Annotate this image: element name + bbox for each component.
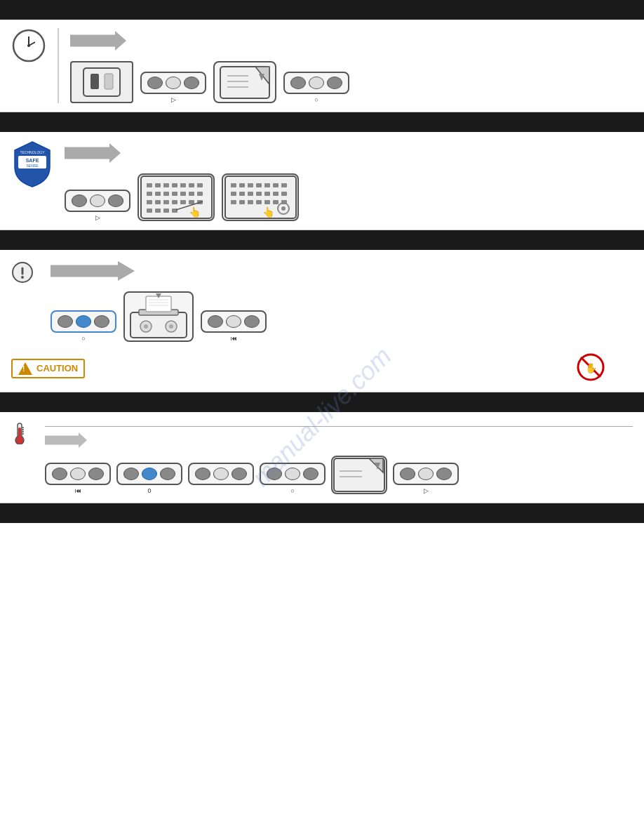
svg-text:SENSE: SENSE [27, 164, 39, 168]
s4-panel-3-label [220, 487, 222, 494]
safesense-badge: SAFE SENSE TECHNOLOGY [11, 140, 53, 190]
s3-control-panel-2 [201, 310, 267, 333]
section-3-arrow [51, 261, 135, 281]
btn-prev [147, 77, 163, 89]
svg-point-81 [144, 324, 148, 329]
svg-rect-20 [163, 183, 169, 187]
svg-rect-33 [155, 200, 161, 204]
section-5 [0, 503, 644, 649]
svg-text:TECHNOLOGY: TECHNOLOGY [20, 150, 45, 154]
svg-rect-35 [172, 200, 177, 204]
svg-text:👆: 👆 [189, 206, 201, 218]
svg-rect-4 [83, 68, 120, 96]
section-4-body: ⏮ 0 [45, 421, 633, 494]
svg-rect-21 [172, 183, 177, 187]
step-panel-1: ▷ [140, 72, 206, 103]
svg-rect-32 [147, 200, 152, 204]
svg-rect-46 [231, 183, 236, 187]
s4-panel-2 [116, 463, 182, 485]
svg-rect-41 [163, 208, 169, 213]
section-2-content: SAFE SENSE TECHNOLOGY [0, 132, 644, 230]
svg-rect-18 [147, 183, 152, 187]
svg-rect-24 [197, 183, 203, 187]
thermometer-icon [11, 422, 28, 446]
s4-btn2-next [160, 468, 175, 480]
svg-rect-53 [231, 192, 236, 196]
svg-point-72 [21, 276, 24, 279]
section-1-content: ▷ [0, 20, 644, 112]
svg-rect-56 [256, 192, 262, 196]
no-feed-symbol: ✋ [577, 353, 605, 383]
control-panel-2 [283, 72, 349, 94]
btn-mid [166, 77, 181, 89]
svg-rect-26 [155, 192, 161, 196]
svg-rect-73 [130, 312, 187, 338]
btn-next [184, 77, 199, 89]
btn2-mid [309, 77, 324, 89]
s4-btn-group-6 [400, 468, 452, 480]
section-1-steps: ▷ [70, 28, 349, 103]
svg-rect-49 [256, 183, 262, 187]
step2-hand-feed1: 👆 [137, 173, 215, 221]
s4-btn3-next [232, 468, 247, 480]
svg-text:👆: 👆 [262, 206, 275, 218]
s4-btn4-prev [267, 468, 282, 480]
svg-point-3 [27, 44, 30, 47]
s4-btn1-prev [52, 468, 67, 480]
section-3-header [0, 230, 644, 250]
s4-step5 [331, 456, 387, 494]
s2-btn-prev [72, 194, 87, 207]
s4-step3 [188, 463, 254, 494]
s3-panel-1-label: ○ [81, 335, 85, 342]
svg-rect-89 [18, 428, 21, 439]
svg-rect-51 [273, 183, 279, 187]
s2-btn-group-1 [72, 194, 123, 207]
svg-text:✋: ✋ [585, 362, 598, 374]
s4-panel-4-label: ○ [290, 487, 294, 494]
svg-rect-65 [273, 200, 279, 204]
step3-shredder [123, 291, 194, 342]
s3-btn2-next [244, 315, 260, 328]
svg-rect-64 [264, 200, 270, 204]
s4-panel-6 [393, 463, 459, 485]
section-1-arrow [70, 31, 126, 51]
svg-rect-57 [264, 192, 270, 196]
s4-step4: ○ [260, 463, 326, 494]
s2-panel-1-label: ▷ [95, 214, 100, 221]
svg-rect-28 [172, 192, 177, 196]
s2-btn-mid [90, 194, 105, 207]
s4-panel-4 [260, 463, 326, 485]
svg-rect-19 [155, 183, 161, 187]
s4-btn2-prev [123, 468, 139, 480]
s4-btn6-prev [400, 468, 415, 480]
s4-btn-group-3 [195, 468, 247, 480]
section-2-body: ▷ [65, 140, 633, 221]
svg-rect-40 [155, 208, 161, 213]
hand-feed-img2: 👆 [222, 173, 299, 221]
s4-btn6-next [436, 468, 452, 480]
s4-btn-group-4 [267, 468, 318, 480]
shredder-feed-img [123, 291, 194, 342]
svg-rect-22 [180, 183, 186, 187]
svg-rect-31 [197, 192, 203, 196]
s3-btn-mid [76, 315, 91, 328]
step-power-switch [70, 61, 133, 103]
section-3-icon [11, 261, 34, 286]
section-3: ○ [0, 230, 644, 392]
s3-btn2-prev [208, 315, 223, 328]
svg-point-68 [281, 206, 286, 211]
section-1-divider [58, 28, 59, 103]
svg-rect-61 [239, 200, 245, 204]
s4-paper-insert [331, 456, 387, 494]
step-paper [213, 61, 276, 103]
section-3-steps: ○ [51, 258, 633, 342]
btn2-prev [290, 77, 306, 89]
section-3-content: ○ [0, 250, 644, 392]
section-4-content: ⏮ 0 [0, 412, 644, 503]
s4-panel-6-label: ▷ [424, 487, 429, 494]
svg-rect-62 [248, 200, 253, 204]
svg-rect-37 [189, 200, 194, 204]
s4-panel-2-label: 0 [147, 487, 151, 494]
caution-label: CAUTION [36, 363, 78, 373]
step-panel-2: ○ [283, 72, 349, 103]
